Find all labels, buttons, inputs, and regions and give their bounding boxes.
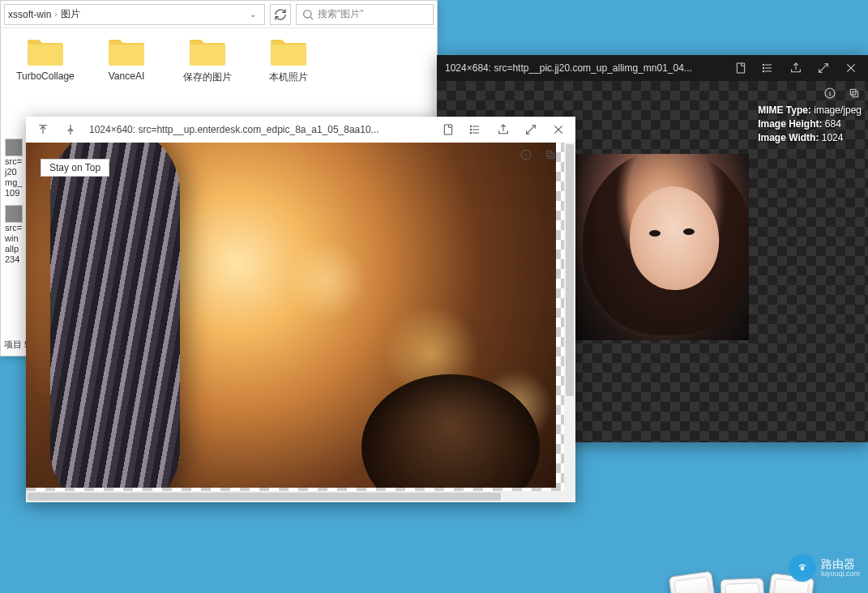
search-placeholder: 搜索"图片" bbox=[318, 7, 364, 21]
layers-icon[interactable] bbox=[540, 144, 561, 165]
address-bar[interactable]: xssoft-win › 图片 ⌄ bbox=[4, 4, 265, 25]
router-icon bbox=[789, 554, 816, 582]
titlebar[interactable]: 1024×640: src=http__up.enterdesk.com_edp… bbox=[26, 117, 575, 143]
svg-rect-7 bbox=[853, 92, 858, 97]
newpage-icon[interactable] bbox=[434, 117, 462, 143]
breadcrumb: xssoft-win › 图片 bbox=[8, 7, 245, 21]
thumb-preview bbox=[5, 139, 23, 156]
expand-icon[interactable] bbox=[517, 117, 545, 143]
svg-point-4 bbox=[763, 70, 763, 71]
svg-point-0 bbox=[304, 10, 311, 17]
search-input[interactable]: 搜索"图片" bbox=[296, 4, 434, 25]
svg-rect-14 bbox=[549, 153, 554, 159]
expand-icon[interactable] bbox=[810, 55, 837, 81]
newpage-icon[interactable] bbox=[727, 55, 755, 81]
info-icon[interactable] bbox=[515, 144, 537, 165]
svg-rect-1 bbox=[737, 63, 744, 73]
svg-point-10 bbox=[470, 129, 471, 130]
image-canvas[interactable]: Stay on Top bbox=[26, 143, 564, 491]
watermark-sub: luyouqi.com bbox=[821, 570, 860, 578]
window-title: 1024×640: src=http__up.enterdesk.com_edp… bbox=[84, 124, 434, 135]
folder-label: TurboCollage bbox=[16, 70, 75, 82]
chevron-down-icon[interactable]: ⌄ bbox=[245, 8, 261, 20]
svg-point-11 bbox=[470, 132, 471, 133]
share-icon[interactable] bbox=[782, 55, 810, 81]
svg-point-2 bbox=[763, 64, 763, 65]
watermark: 路由器 luyouqi.com bbox=[789, 554, 860, 582]
content-area: Stay on Top bbox=[26, 143, 575, 502]
folder-item[interactable]: 保存的图片 bbox=[167, 36, 248, 84]
share-icon[interactable] bbox=[490, 117, 517, 143]
image-viewer-light: 1024×640: src=http__up.enterdesk.com_edp… bbox=[26, 117, 575, 502]
svg-point-9 bbox=[470, 126, 471, 126]
layers-icon[interactable] bbox=[844, 83, 865, 104]
thumb-preview bbox=[5, 205, 23, 223]
folder-icon bbox=[268, 36, 309, 67]
breadcrumb-segment[interactable]: 图片 bbox=[61, 7, 80, 21]
folder-label: VanceAI bbox=[109, 70, 144, 82]
image-portrait bbox=[575, 154, 749, 340]
pin-icon[interactable] bbox=[57, 117, 84, 143]
folder-grid: TurboCollage VanceAI 保存的图片 本机照片 bbox=[1, 28, 437, 92]
folder-icon bbox=[187, 36, 228, 67]
folder-item[interactable]: TurboCollage bbox=[5, 36, 86, 84]
upload-icon[interactable] bbox=[29, 117, 57, 143]
folder-icon bbox=[106, 36, 147, 67]
svg-rect-8 bbox=[444, 125, 451, 134]
svg-rect-6 bbox=[850, 89, 856, 95]
folder-item[interactable]: VanceAI bbox=[86, 36, 167, 84]
horizontal-scrollbar[interactable] bbox=[26, 491, 564, 502]
refresh-button[interactable] bbox=[270, 4, 291, 25]
close-button[interactable] bbox=[545, 117, 572, 143]
list-icon[interactable] bbox=[462, 117, 490, 143]
folder-item[interactable]: 本机照片 bbox=[248, 36, 329, 84]
explorer-toolbar: xssoft-win › 图片 ⌄ 搜索"图片" bbox=[1, 1, 437, 28]
stay-on-top-tooltip: Stay on Top bbox=[41, 159, 109, 177]
watermark-title: 路由器 bbox=[821, 558, 860, 570]
window-title: 1024×684: src=http__pic.jj20.com_up_alli… bbox=[440, 62, 727, 74]
folder-icon bbox=[25, 36, 66, 67]
chevron-right-icon: › bbox=[54, 10, 57, 19]
folder-label: 保存的图片 bbox=[183, 70, 232, 84]
breadcrumb-segment[interactable]: xssoft-win bbox=[8, 9, 51, 20]
svg-point-3 bbox=[763, 67, 763, 68]
svg-rect-13 bbox=[546, 151, 552, 156]
list-icon[interactable] bbox=[755, 55, 782, 81]
close-button[interactable] bbox=[837, 55, 865, 81]
vertical-scrollbar[interactable] bbox=[564, 143, 575, 502]
image-metadata: MIME Type: image/jpeg Image Height: 684 … bbox=[758, 104, 862, 145]
folder-label: 本机照片 bbox=[269, 70, 308, 84]
keycap-decor bbox=[668, 570, 716, 593]
titlebar[interactable]: 1024×684: src=http__pic.jj20.com_up_alli… bbox=[437, 55, 868, 81]
search-icon bbox=[301, 8, 314, 21]
keycap-decor bbox=[720, 578, 764, 593]
refresh-icon bbox=[274, 8, 287, 21]
info-icon[interactable] bbox=[819, 83, 840, 104]
image-coffee bbox=[26, 143, 556, 488]
